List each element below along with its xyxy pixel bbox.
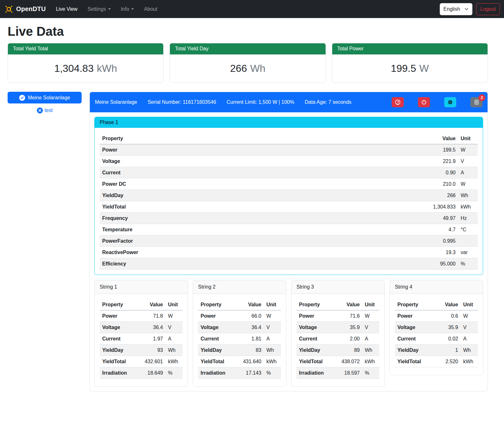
string-body: Property Value Unit Power66.0WVoltage36.… (193, 294, 286, 386)
cell-val: 221.9 (420, 156, 458, 167)
cell-val: 17.143 (238, 367, 264, 379)
inverter-body: Phase 1 Property Value Unit Power199.5WV… (90, 112, 488, 391)
column-header-unit: Unit (461, 299, 478, 310)
string-table-body: Power71.6WVoltage35.9VCurrent2.00AYieldD… (296, 310, 379, 379)
cell-val: 431.640 (238, 356, 264, 367)
chevron-down-icon (131, 8, 134, 10)
cell-prop: Irradiation (198, 367, 238, 379)
table-row: Voltage221.9V (100, 156, 478, 167)
cell-prop: YieldTotal (198, 356, 238, 367)
nav-settings[interactable]: Settings (83, 4, 116, 15)
cell-val: 432.601 (140, 356, 165, 367)
string-title: String 3 (291, 280, 384, 294)
cell-val: 89 (336, 345, 362, 356)
nav-about[interactable]: About (139, 4, 162, 15)
power-icon (421, 99, 427, 105)
cell-val: 2.00 (336, 333, 362, 345)
chevron-down-icon (464, 7, 469, 11)
nav-info[interactable]: Info (116, 4, 139, 15)
nav-live-view[interactable]: Live View (51, 4, 83, 15)
brand-label: OpenDTU (16, 5, 46, 13)
cell-val: 0.6 (435, 310, 461, 322)
table-row: Voltage36.4V (100, 322, 183, 333)
limit-settings-button[interactable] (392, 97, 404, 107)
string-table-head: Property Value Unit (100, 299, 183, 310)
string-card-3: String 3 Property Value Unit (291, 280, 385, 387)
cell-unit: kWh (165, 356, 183, 367)
cell-unit: A (165, 333, 183, 345)
table-row: Efficiency95.000% (100, 258, 478, 270)
nav-settings-label: Settings (88, 6, 106, 12)
logout-button[interactable]: Logout (476, 3, 500, 15)
cell-unit: °C (458, 224, 478, 235)
string-body: Property Value Unit Power71.8WVoltage36.… (95, 294, 188, 386)
journal-text-icon (474, 99, 479, 105)
summary-card-body: 266Wh (170, 54, 325, 83)
summary-value: 1,304.83 (54, 63, 94, 74)
header-row: Property Value Unit (100, 133, 478, 144)
language-select[interactable]: English (440, 3, 472, 15)
brand[interactable]: OpenDTU (4, 4, 46, 14)
table-row: Irradiation17.143% (198, 367, 281, 379)
inverter-serial: Serial Number: 116171603546 (147, 99, 216, 105)
cell-unit (458, 235, 478, 247)
cell-prop: Voltage (100, 322, 140, 333)
summary-card-title: Total Power (332, 43, 488, 54)
cell-prop: PowerFactor (100, 235, 420, 247)
event-log-button[interactable]: 2 (470, 97, 482, 107)
cell-val: 210.0 (420, 178, 458, 190)
cell-val: 35.9 (435, 322, 461, 333)
column-header-value: Value (238, 299, 264, 310)
cell-prop: Power (198, 310, 238, 322)
cell-prop: Frequency (100, 213, 420, 224)
column-header-unit: Unit (458, 133, 478, 144)
cell-val: 1 (435, 345, 461, 356)
cell-val: 49.97 (420, 213, 458, 224)
cell-unit: % (264, 367, 281, 379)
string-body: Property Value Unit Power0.6WVoltage35.9… (390, 294, 483, 375)
string-table: Property Value Unit Power66.0WVoltage36.… (198, 299, 281, 379)
table-row: Power199.5W (100, 144, 478, 156)
phase-title: Phase 1 (95, 117, 483, 128)
string-title: String 1 (95, 280, 188, 294)
inverter-sidebar: Meine Solaranlage test (8, 92, 82, 114)
header-row: Property Value Unit (395, 299, 478, 310)
inverter-link-test[interactable]: test (8, 107, 82, 114)
cell-val: 18.649 (140, 367, 165, 379)
cell-unit: Wh (461, 345, 478, 356)
cell-prop: YieldTotal (100, 201, 420, 213)
table-row: YieldTotal431.640kWh (198, 356, 281, 367)
string-table: Property Value Unit Power71.8WVoltage36.… (100, 299, 183, 379)
cell-unit: V (264, 322, 281, 333)
table-row: Irradiation18.597% (296, 367, 379, 379)
table-row: YieldTotal2.520kWh (395, 356, 478, 367)
cell-val: 1,304.833 (420, 201, 458, 213)
inverter-name: Meine Solaranlage (95, 99, 137, 105)
table-row: Power71.6W (296, 310, 379, 322)
cell-unit: W (165, 310, 183, 322)
cell-unit: A (461, 333, 478, 345)
string-card-2: String 2 Property Value Unit (193, 280, 286, 387)
cell-prop: Current (395, 333, 435, 345)
summary-value: 266 (230, 63, 247, 74)
power-button[interactable] (418, 97, 430, 107)
chevron-down-icon (108, 8, 111, 10)
inverter-select-button[interactable]: Meine Solaranlage (8, 92, 82, 103)
device-info-button[interactable] (444, 97, 456, 107)
cell-prop: Temperature (100, 224, 420, 235)
cell-prop: Voltage (395, 322, 435, 333)
string-table-head: Property Value Unit (296, 299, 379, 310)
inverter-panel: Meine Solaranlage Serial Number: 1161716… (90, 92, 488, 391)
table-row: YieldDay93Wh (100, 345, 183, 356)
cell-prop: YieldDay (100, 190, 420, 201)
table-row: YieldTotal432.601kWh (100, 356, 183, 367)
cell-val: 0.90 (420, 167, 458, 178)
cell-unit: kWh (461, 356, 478, 367)
navbar-right: English Logout (440, 3, 500, 15)
column-header-value: Value (140, 299, 165, 310)
cell-val: 0.995 (420, 235, 458, 247)
table-row: Power71.8W (100, 310, 183, 322)
column-header-property: Property (198, 299, 238, 310)
inverter-link-label: test (45, 108, 53, 113)
summary-row: Total Yield Total 1,304.83kWh Total Yiel… (8, 43, 488, 83)
